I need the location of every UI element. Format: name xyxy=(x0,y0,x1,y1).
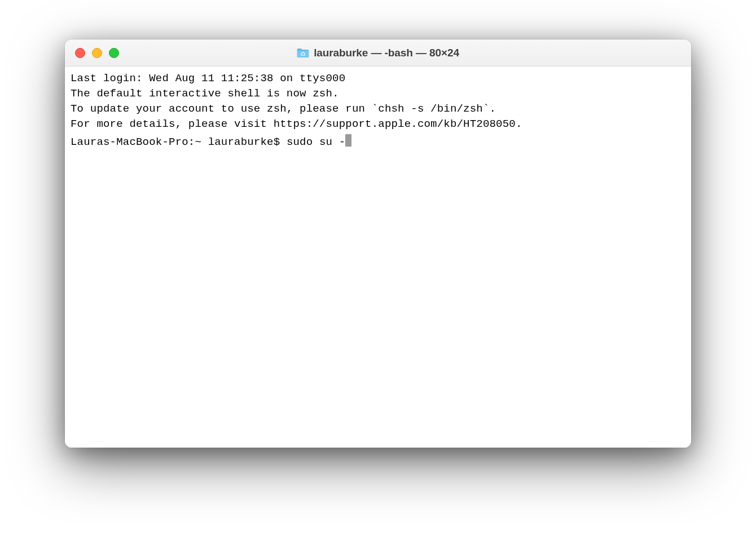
terminal-line: The default interactive shell is now zsh… xyxy=(71,86,685,101)
terminal-window: lauraburke — -bash — 80×24 Last login: W… xyxy=(65,39,691,448)
home-folder-icon xyxy=(297,48,309,58)
prompt-text: Lauras-MacBook-Pro:~ lauraburke$ xyxy=(71,135,287,150)
title-center: lauraburke — -bash — 80×24 xyxy=(65,47,691,59)
command-text: sudo su - xyxy=(287,135,345,150)
traffic-lights xyxy=(65,48,119,58)
titlebar[interactable]: lauraburke — -bash — 80×24 xyxy=(65,39,691,67)
terminal-content[interactable]: Last login: Wed Aug 11 11:25:38 on ttys0… xyxy=(65,67,691,448)
cursor xyxy=(345,134,351,147)
close-button[interactable] xyxy=(75,48,85,58)
terminal-line: To update your account to use zsh, pleas… xyxy=(71,101,685,117)
window-title: lauraburke — -bash — 80×24 xyxy=(314,47,459,59)
terminal-line: For more details, please visit https://s… xyxy=(71,117,685,132)
prompt-line: Lauras-MacBook-Pro:~ lauraburke$ sudo su… xyxy=(71,132,685,150)
minimize-button[interactable] xyxy=(92,48,102,58)
maximize-button[interactable] xyxy=(109,48,119,58)
terminal-line: Last login: Wed Aug 11 11:25:38 on ttys0… xyxy=(71,71,685,86)
